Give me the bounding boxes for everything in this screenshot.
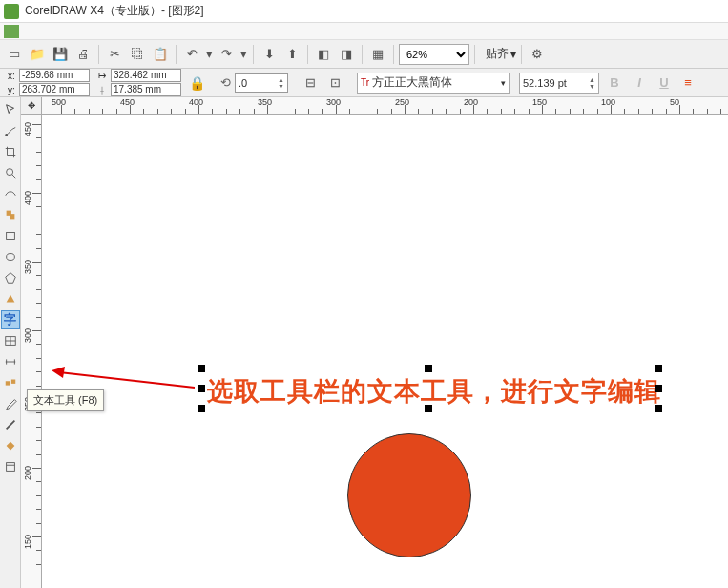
separator	[253, 45, 254, 64]
rotation-spinner[interactable]: ▲▼	[278, 76, 284, 90]
options-icon[interactable]: ⚙	[527, 44, 548, 65]
svg-marker-7	[5, 273, 15, 284]
artistic-text-object[interactable]: 选取工具栏的文本工具，进行文字编辑	[207, 374, 661, 409]
app-launcher-button[interactable]: ◧	[313, 44, 334, 65]
fontsize-spinner[interactable]: ▲▼	[589, 76, 595, 90]
rotation-icon: ⟲	[220, 75, 231, 90]
canvas-area: ✥ 50045040035030025020015010050 45040035…	[21, 97, 728, 588]
import-button[interactable]: ⬇	[259, 44, 280, 65]
selection-handle-bl[interactable]	[198, 405, 205, 412]
shape-tool[interactable]	[1, 121, 20, 140]
new-button[interactable]: ▭	[4, 44, 25, 65]
ruler-horizontal[interactable]: 50045040035030025020015010050	[42, 97, 728, 115]
svg-line-2	[11, 175, 15, 178]
width-icon: ↦	[94, 71, 111, 81]
zoom-select[interactable]: 62%	[399, 44, 469, 65]
underline-button[interactable]: U	[655, 74, 674, 93]
font-select[interactable]: Tr 方正正大黑简体 ▾	[357, 73, 510, 94]
text-tool[interactable]: 字	[1, 310, 20, 329]
selection-handle-br[interactable]	[655, 405, 662, 412]
pick-tool[interactable]	[1, 100, 20, 119]
crop-tool[interactable]	[1, 142, 20, 161]
selection-handle-tr[interactable]	[655, 365, 662, 372]
redo-dropdown[interactable]: ▾	[239, 44, 248, 65]
text-align-button[interactable]: ≡	[677, 73, 698, 94]
interactive-blend-tool[interactable]	[1, 373, 20, 392]
welcome-button[interactable]: ◨	[336, 44, 357, 65]
export-button[interactable]: ⬆	[281, 44, 302, 65]
save-button[interactable]: 💾	[50, 44, 71, 65]
canvas[interactable]: 选取工具栏的文本工具，进行文字编辑	[42, 115, 728, 588]
circle-object[interactable]	[347, 433, 471, 557]
svg-rect-5	[6, 233, 14, 240]
cut-button[interactable]: ✂	[104, 44, 125, 65]
smart-fill-tool[interactable]	[1, 205, 20, 224]
freehand-tool[interactable]	[1, 184, 20, 203]
x-label: x:	[4, 71, 19, 81]
ruler-vertical[interactable]: 450400350300250200150	[21, 115, 42, 588]
svg-marker-19	[52, 367, 65, 378]
selection-handle-mr[interactable]	[655, 385, 662, 392]
separator	[176, 45, 177, 64]
ellipse-tool[interactable]	[1, 247, 20, 266]
y-input[interactable]: 263.702 mm	[19, 83, 90, 96]
dimension-tool[interactable]	[1, 352, 20, 371]
eyedropper-tool[interactable]	[1, 394, 20, 413]
snap-dropdown[interactable]: 贴齐▾	[486, 46, 516, 62]
selection-handle-tm[interactable]	[425, 365, 432, 372]
undo-button[interactable]: ↶	[181, 44, 202, 65]
selection-handle-bm[interactable]	[425, 405, 432, 412]
text-tool-tooltip: 文本工具 (F8)	[27, 389, 104, 411]
redo-button[interactable]: ↷	[216, 44, 237, 65]
menu-icon[interactable]	[4, 25, 19, 38]
svg-point-6	[6, 254, 14, 261]
interactive-fill-tool[interactable]	[1, 457, 20, 476]
selection-handle-tl[interactable]	[198, 365, 205, 372]
width-input[interactable]: 328.462 mm	[111, 69, 181, 82]
polygon-tool[interactable]	[1, 268, 20, 287]
menubar	[0, 23, 728, 40]
copy-button[interactable]: ⿻	[127, 44, 148, 65]
open-button[interactable]: 📁	[27, 44, 48, 65]
print-button[interactable]: 🖨	[73, 44, 94, 65]
basic-shapes-tool[interactable]	[1, 289, 20, 308]
svg-rect-16	[6, 463, 14, 472]
rotation-input[interactable]: .0 ▲▼	[235, 74, 288, 93]
svg-rect-14	[5, 381, 9, 385]
separator	[362, 45, 363, 64]
size-group: ↦ 328.462 mm ⟊ 17.385 mm	[94, 69, 181, 97]
svg-rect-4	[10, 214, 14, 219]
fontsize-select[interactable]: 52.139 pt ▲▼	[519, 73, 599, 94]
zoom-tool[interactable]	[1, 163, 20, 182]
outline-tool[interactable]	[1, 415, 20, 434]
fill-tool[interactable]	[1, 436, 20, 455]
bold-button[interactable]: B	[605, 74, 624, 93]
paste-button[interactable]: 📋	[150, 44, 171, 65]
position-group: x: -259.68 mm y: 263.702 mm	[4, 69, 90, 97]
separator	[307, 45, 308, 64]
separator	[521, 45, 522, 64]
italic-button[interactable]: I	[630, 74, 649, 93]
separator	[98, 45, 99, 64]
main-area: 字 ✥ 50045040035030025020015010050 450400…	[0, 97, 728, 588]
table-tool[interactable]	[1, 331, 20, 350]
options-button[interactable]: ▦	[367, 44, 388, 65]
toolbox: 字	[0, 97, 21, 588]
standard-toolbar: ▭ 📁 💾 🖨 ✂ ⿻ 📋 ↶ ▾ ↷ ▾ ⬇ ⬆ ◧ ◨ ▦ 62% 贴齐▾ …	[0, 40, 728, 69]
separator	[474, 45, 475, 64]
svg-rect-15	[10, 380, 14, 384]
undo-dropdown[interactable]: ▾	[204, 44, 214, 65]
separator	[393, 45, 394, 64]
mirror-v-button[interactable]: ⊡	[324, 73, 345, 94]
mirror-h-button[interactable]: ⊟	[300, 73, 321, 94]
svg-point-0	[5, 134, 8, 136]
svg-line-18	[59, 372, 195, 388]
selection-handle-ml[interactable]	[198, 385, 205, 392]
height-input[interactable]: 17.385 mm	[111, 83, 181, 96]
ruler-origin[interactable]: ✥	[21, 97, 42, 115]
lock-ratio-button[interactable]: 🔒	[189, 75, 205, 91]
app-icon	[4, 4, 19, 19]
y-label: y:	[4, 85, 19, 95]
rectangle-tool[interactable]	[1, 226, 20, 245]
x-input[interactable]: -259.68 mm	[19, 69, 90, 82]
